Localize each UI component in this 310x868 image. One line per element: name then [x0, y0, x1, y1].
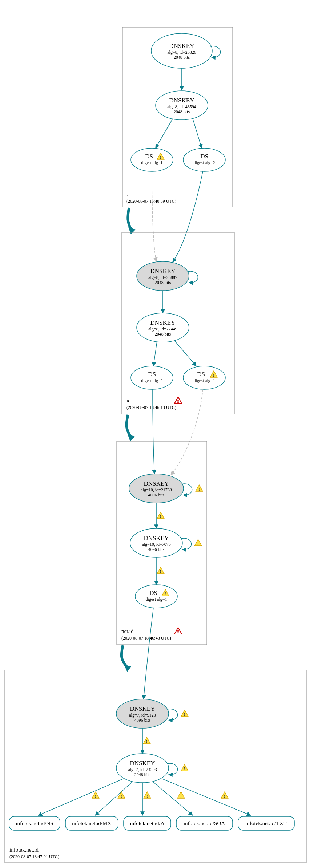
record-a: infotek.net.id/A: [124, 816, 171, 830]
node-netid-ksk: DNSKEY alg=10, id=21768 4096 bits: [129, 474, 184, 503]
svg-text:DS: DS: [197, 371, 205, 378]
svg-text:alg=8, id=46594: alg=8, id=46594: [167, 104, 196, 109]
record-txt: infotek.net.id/TXT: [238, 816, 294, 830]
error-icon: [174, 628, 182, 634]
warning-icon: [181, 710, 188, 717]
svg-text:infotek.net.id/NS: infotek.net.id/NS: [16, 820, 53, 826]
svg-text:DS: DS: [145, 153, 153, 160]
warning-icon: [181, 764, 188, 771]
svg-text:digest alg=2: digest alg=2: [141, 378, 162, 383]
svg-text:DNSKEY: DNSKEY: [150, 268, 176, 275]
svg-text:2048 bits: 2048 bits: [174, 109, 190, 114]
zone-root-label: .: [126, 191, 128, 197]
zone-id-time: (2020-08-07 18:46:13 UTC): [126, 405, 176, 410]
warning-icon: [221, 792, 228, 799]
svg-text:2048 bits: 2048 bits: [134, 772, 151, 777]
svg-text:DNSKEY: DNSKEY: [150, 319, 176, 326]
warning-icon: [144, 792, 151, 799]
error-icon: [174, 397, 182, 404]
zone-netid-time: (2020-08-07 18:46:48 UTC): [121, 636, 171, 641]
svg-text:DNSKEY: DNSKEY: [144, 480, 169, 487]
svg-text:DNSKEY: DNSKEY: [169, 97, 194, 104]
svg-text:DNSKEY: DNSKEY: [130, 760, 155, 767]
svg-text:4096 bits: 4096 bits: [148, 547, 165, 552]
svg-text:alg=7, id=9123: alg=7, id=9123: [129, 713, 156, 718]
svg-text:4096 bits: 4096 bits: [148, 492, 165, 498]
warning-icon: [157, 512, 164, 519]
svg-text:digest alg=2: digest alg=2: [193, 160, 215, 165]
svg-text:2048 bits: 2048 bits: [155, 332, 171, 337]
svg-text:alg=10, id=21768: alg=10, id=21768: [141, 487, 172, 492]
dnssec-graph: ! !! . (2020-08-07 15:40:59 UTC) DNSKEY …: [0, 0, 310, 868]
warning-icon: [92, 792, 99, 799]
record-mx: infotek.net.id/MX: [65, 816, 118, 830]
svg-point-25: [131, 366, 173, 389]
svg-text:4096 bits: 4096 bits: [134, 718, 151, 723]
svg-text:alg=8, id=22449: alg=8, id=22449: [148, 326, 177, 332]
svg-text:2048 bits: 2048 bits: [174, 55, 190, 60]
warning-icon: [177, 792, 185, 799]
node-id-zsk: DNSKEY alg=8, id=22449 2048 bits: [137, 313, 189, 342]
svg-text:alg=8, id=26887: alg=8, id=26887: [148, 275, 177, 280]
zone-inf-time: (2020-08-07 18:47:01 UTC): [9, 854, 59, 859]
record-soa: infotek.net.id/SOA: [176, 816, 233, 830]
node-id-ds1: DS digest alg=1: [183, 366, 225, 389]
svg-point-11: [131, 148, 173, 171]
zone-id-label: id: [126, 398, 131, 403]
zone-netid-label: net.id: [121, 628, 134, 634]
svg-text:infotek.net.id/TXT: infotek.net.id/TXT: [245, 820, 286, 826]
svg-text:alg=7, id=24293: alg=7, id=24293: [128, 767, 157, 772]
warning-icon: [157, 567, 164, 574]
svg-text:infotek.net.id/MX: infotek.net.id/MX: [72, 820, 111, 826]
svg-text:DS: DS: [200, 153, 208, 160]
svg-point-28: [183, 366, 225, 389]
svg-text:digest alg=1: digest alg=1: [193, 378, 215, 383]
warning-icon: [143, 737, 150, 744]
node-root-zsk: DNSKEY alg=8, id=46594 2048 bits: [156, 91, 208, 120]
svg-text:alg=8, id=20326: alg=8, id=20326: [167, 50, 196, 55]
warning-icon: [196, 485, 203, 492]
zone-root-time: (2020-08-07 15:40:59 UTC): [126, 199, 176, 204]
node-netid-zsk: DNSKEY alg=10, id=7070 4096 bits: [130, 528, 182, 557]
svg-text:DNSKEY: DNSKEY: [130, 705, 155, 712]
svg-text:DS: DS: [148, 371, 156, 378]
svg-text:2048 bits: 2048 bits: [155, 280, 171, 285]
svg-text:DNSKEY: DNSKEY: [144, 535, 169, 542]
warning-icon: [194, 539, 202, 546]
node-root-ksk: DNSKEY alg=8, id=20326 2048 bits: [151, 33, 212, 68]
record-ns: infotek.net.id/NS: [9, 816, 60, 830]
svg-text:DS: DS: [149, 589, 157, 596]
node-root-ds2: DS digest alg=2: [183, 148, 225, 171]
node-id-ksk: DNSKEY alg=8, id=26887 2048 bits: [137, 261, 189, 291]
svg-point-14: [183, 148, 225, 171]
svg-text:digest alg=1: digest alg=1: [141, 160, 162, 165]
svg-text:DNSKEY: DNSKEY: [169, 42, 194, 49]
warning-icon: [118, 792, 125, 799]
node-id-ds2: DS digest alg=2: [131, 366, 173, 389]
zone-inf-label: infotek.net.id: [9, 847, 39, 853]
node-inf-zsk: DNSKEY alg=7, id=24293 2048 bits: [116, 754, 169, 783]
svg-text:infotek.net.id/SOA: infotek.net.id/SOA: [184, 820, 225, 826]
svg-text:alg=10, id=7070: alg=10, id=7070: [142, 542, 171, 547]
svg-text:digest alg=1: digest alg=1: [145, 597, 167, 602]
node-root-ds1: DS digest alg=1: [131, 148, 173, 171]
svg-text:infotek.net.id/A: infotek.net.id/A: [130, 820, 165, 826]
node-netid-ds1: DS digest alg=1: [135, 585, 177, 608]
node-inf-ksk: DNSKEY alg=7, id=9123 4096 bits: [116, 699, 169, 728]
svg-point-39: [135, 585, 177, 608]
